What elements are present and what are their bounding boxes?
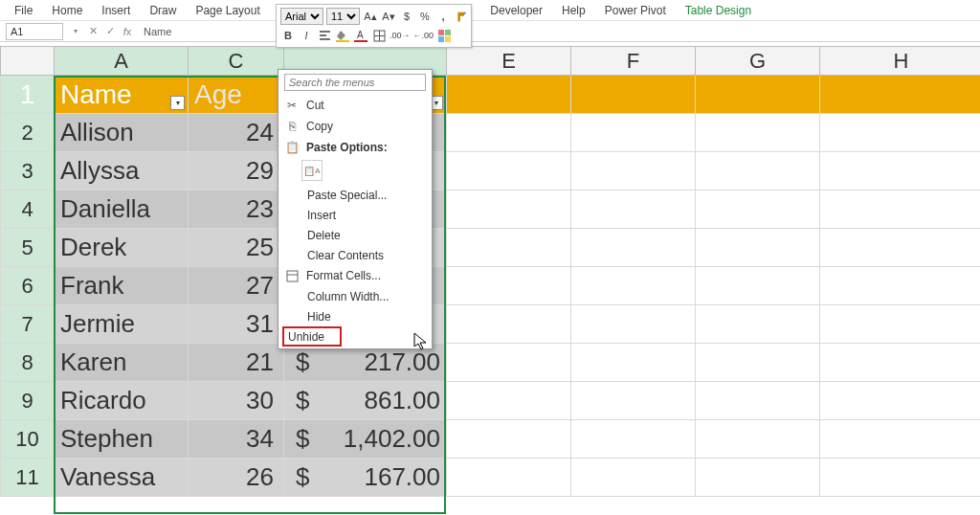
context-menu-format-cells[interactable]: Format Cells... bbox=[278, 265, 432, 286]
comma-style-icon[interactable]: , bbox=[435, 9, 451, 24]
cell-age[interactable]: 26 bbox=[189, 459, 284, 497]
cell-age[interactable]: 34 bbox=[189, 420, 284, 459]
increase-decimal-icon[interactable]: .00→ bbox=[390, 28, 411, 43]
cm-label: Unhide bbox=[288, 330, 324, 344]
cell-age[interactable]: 21 bbox=[189, 344, 284, 382]
col-header-f[interactable]: F bbox=[571, 47, 696, 76]
tab-file[interactable]: File bbox=[5, 1, 42, 20]
font-size-select[interactable]: 11 bbox=[326, 8, 360, 25]
col-header-e[interactable]: E bbox=[447, 47, 571, 76]
row-header[interactable]: 2 bbox=[1, 114, 55, 152]
cell-age[interactable]: 30 bbox=[189, 382, 284, 420]
row-header[interactable]: 11 bbox=[1, 459, 55, 497]
cell-age[interactable]: 23 bbox=[189, 190, 284, 229]
select-all-corner[interactable] bbox=[1, 47, 55, 76]
currency-icon[interactable]: $ bbox=[399, 9, 414, 24]
cell-name[interactable]: Vanessa bbox=[55, 459, 189, 497]
cell-amount[interactable]: $1,402.00 bbox=[284, 420, 447, 459]
cell-name[interactable]: Allison bbox=[55, 114, 189, 152]
svg-rect-4 bbox=[438, 30, 444, 35]
cm-label: Insert bbox=[307, 209, 336, 222]
font-name-select[interactable]: Arial bbox=[280, 8, 323, 25]
cm-label: Clear Contents bbox=[307, 249, 384, 262]
tab-developer[interactable]: Developer bbox=[480, 1, 552, 20]
align-icon[interactable] bbox=[317, 28, 332, 43]
cell-name[interactable]: Karen bbox=[55, 344, 189, 382]
header-name-label: Name bbox=[60, 79, 132, 109]
enter-icon[interactable]: ✓ bbox=[102, 24, 118, 39]
col-header-g[interactable]: G bbox=[696, 47, 820, 76]
filter-dropdown-icon[interactable]: ▾ bbox=[170, 96, 185, 110]
decrease-decimal-icon[interactable]: ←.00 bbox=[413, 28, 434, 43]
bold-icon[interactable]: B bbox=[280, 28, 296, 43]
cell-name[interactable]: Ricardo bbox=[55, 382, 189, 420]
row-header[interactable]: 10 bbox=[1, 420, 55, 459]
context-menu-hide[interactable]: Hide bbox=[278, 306, 432, 326]
svg-rect-8 bbox=[287, 271, 298, 281]
formula-bar-value[interactable]: Name bbox=[144, 26, 171, 37]
increase-font-icon[interactable]: A▴ bbox=[363, 9, 378, 24]
context-menu-unhide[interactable]: Unhide bbox=[282, 326, 342, 347]
conditional-format-icon[interactable] bbox=[436, 28, 452, 43]
row-header[interactable]: 1 bbox=[1, 76, 55, 114]
cell-age[interactable]: 31 bbox=[189, 305, 284, 344]
cell-name[interactable]: Allyssa bbox=[55, 152, 189, 190]
tab-draw[interactable]: Draw bbox=[140, 1, 186, 20]
cell-age[interactable]: 24 bbox=[189, 114, 284, 152]
cancel-icon[interactable]: ✕ bbox=[85, 24, 100, 39]
row-header[interactable]: 4 bbox=[1, 190, 55, 229]
context-menu-clear-contents[interactable]: Clear Contents bbox=[278, 245, 432, 265]
row-header[interactable]: 9 bbox=[1, 382, 55, 420]
context-menu-paste-special[interactable]: Paste Special... bbox=[278, 185, 432, 205]
format-painter-icon[interactable] bbox=[454, 9, 469, 24]
table-header-name[interactable]: Name ▾ bbox=[55, 76, 189, 114]
italic-icon[interactable]: I bbox=[299, 28, 314, 43]
context-menu-copy[interactable]: ⎘ Copy bbox=[278, 116, 432, 137]
svg-rect-6 bbox=[438, 36, 444, 42]
cell-name[interactable]: Jermie bbox=[55, 305, 189, 344]
name-box[interactable]: A1 bbox=[6, 23, 63, 40]
font-color-icon[interactable]: A bbox=[353, 28, 368, 43]
context-menu-cut[interactable]: ✂ Cut bbox=[278, 95, 432, 116]
context-menu-delete[interactable]: Delete bbox=[278, 225, 432, 245]
percent-icon[interactable]: % bbox=[417, 9, 433, 24]
table-header-age[interactable]: Age bbox=[189, 76, 284, 114]
row-header[interactable]: 7 bbox=[1, 305, 55, 344]
col-header-h[interactable]: H bbox=[820, 47, 981, 76]
col-header-c[interactable]: C bbox=[189, 47, 284, 76]
tab-insert[interactable]: Insert bbox=[92, 1, 140, 20]
name-box-dropdown-icon[interactable] bbox=[68, 24, 83, 39]
context-menu-column-width[interactable]: Column Width... bbox=[278, 286, 432, 306]
border-icon[interactable] bbox=[371, 28, 387, 43]
tab-page-layout[interactable]: Page Layout bbox=[186, 1, 269, 20]
cell-name[interactable]: Derek bbox=[55, 229, 189, 267]
spreadsheet-grid[interactable]: A C E F G H 1 Name ▾ Age ▾ bbox=[0, 46, 980, 515]
formula-bar: A1 ✕ ✓ fx Name bbox=[0, 21, 980, 42]
context-menu-insert[interactable]: Insert bbox=[278, 205, 432, 225]
row-header[interactable]: 3 bbox=[1, 152, 55, 190]
tab-table-design[interactable]: Table Design bbox=[676, 1, 761, 20]
cell-name[interactable]: Daniella bbox=[55, 190, 189, 229]
row-header[interactable]: 8 bbox=[1, 344, 55, 382]
fx-icon[interactable]: fx bbox=[120, 24, 135, 39]
svg-rect-5 bbox=[445, 30, 451, 35]
fill-color-icon[interactable] bbox=[335, 28, 350, 43]
cell-age[interactable]: 27 bbox=[189, 267, 284, 305]
tab-home[interactable]: Home bbox=[42, 1, 92, 20]
row-header[interactable]: 5 bbox=[1, 229, 55, 267]
cell-name[interactable]: Stephen bbox=[55, 420, 189, 459]
cell-amount[interactable]: $861.00 bbox=[284, 382, 447, 420]
col-header-a[interactable]: A bbox=[55, 47, 189, 76]
context-menu-search[interactable] bbox=[284, 74, 426, 91]
paste-values-icon[interactable]: 📋A bbox=[301, 160, 323, 181]
cell-amount[interactable]: $167.00 bbox=[284, 459, 447, 497]
row-header[interactable]: 6 bbox=[1, 267, 55, 305]
decrease-font-icon[interactable]: A▾ bbox=[381, 9, 396, 24]
tab-power-pivot[interactable]: Power Pivot bbox=[595, 1, 676, 20]
cm-label: Column Width... bbox=[307, 290, 389, 303]
cell-age[interactable]: 29 bbox=[189, 152, 284, 190]
cell-name[interactable]: Frank bbox=[55, 267, 189, 305]
svg-rect-0 bbox=[336, 40, 349, 42]
cell-age[interactable]: 25 bbox=[189, 229, 284, 267]
tab-help[interactable]: Help bbox=[552, 1, 595, 20]
